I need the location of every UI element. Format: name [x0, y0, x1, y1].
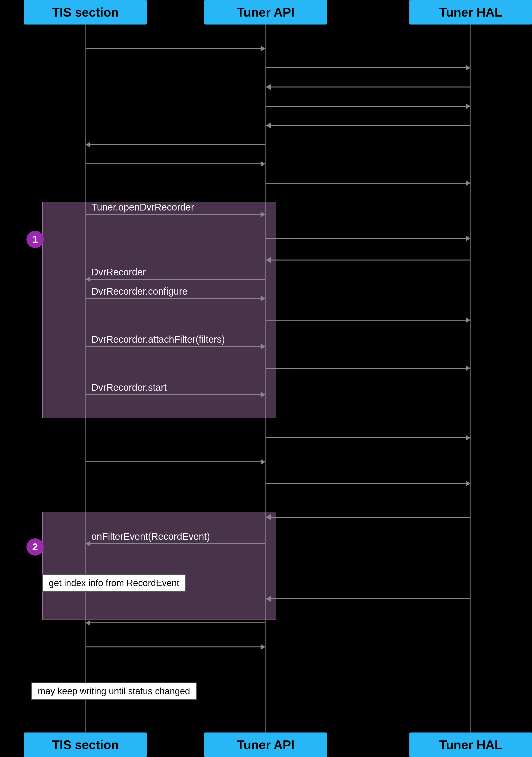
- tuner-api-header-top: Tuner API: [204, 0, 327, 24]
- arrow-a18: [266, 438, 470, 438]
- highlight-box-2: [42, 512, 275, 620]
- arrow-a8: [266, 183, 470, 184]
- arrow-a6: [86, 144, 265, 145]
- arrow-a20: [266, 483, 470, 484]
- tuner-hal-lifeline: [470, 24, 471, 733]
- arrow-a19: [86, 461, 265, 462]
- arrow-a7: [86, 164, 265, 165]
- arrow-a16: [266, 368, 470, 369]
- arrow-a24: [86, 622, 265, 623]
- tuner-api-header-bottom: Tuner API: [204, 733, 327, 757]
- arrow-a17: [86, 394, 265, 395]
- arrow-label-a9: Tuner.openDvrRecorder: [91, 202, 194, 213]
- arrow-label-a12: DvrRecorder: [91, 267, 146, 278]
- tis-header-bottom: TIS section: [24, 733, 147, 757]
- diagram-container: TIS section Tuner API Tuner HAL TIS sect…: [0, 0, 532, 757]
- arrow-a4: [266, 106, 470, 107]
- arrow-a15: [86, 346, 265, 347]
- arrow-label-a13: DvrRecorder.configure: [91, 286, 188, 297]
- note-box-2: may keep writing until status changed: [31, 682, 197, 700]
- arrow-a14: [266, 319, 470, 320]
- arrow-a22: [86, 543, 265, 544]
- arrow-a5: [266, 125, 470, 126]
- arrow-a12: [86, 279, 265, 280]
- arrow-label-a22: onFilterEvent(RecordEvent): [91, 531, 210, 542]
- arrow-label-a17: DvrRecorder.start: [91, 382, 167, 393]
- tuner-hal-header-top: Tuner HAL: [409, 0, 532, 24]
- arrow-label-a15: DvrRecorder.attachFilter(filters): [91, 334, 225, 345]
- arrow-a2: [266, 67, 470, 68]
- arrow-a23: [266, 598, 470, 599]
- arrow-a1: [86, 48, 265, 49]
- arrow-a25: [86, 647, 265, 648]
- tuner-hal-header-bottom: Tuner HAL: [409, 733, 532, 757]
- step-badge-1: 1: [26, 231, 44, 248]
- arrow-a13: [86, 298, 265, 299]
- arrow-a10: [266, 238, 470, 239]
- step-badge-2: 2: [26, 538, 44, 556]
- arrow-a21: [266, 517, 470, 518]
- arrow-a3: [266, 86, 470, 87]
- tis-header-top: TIS section: [24, 0, 147, 24]
- arrow-a11: [266, 259, 470, 260]
- arrow-a9: [86, 214, 265, 215]
- note-box-1: get index info from RecordEvent: [42, 574, 186, 592]
